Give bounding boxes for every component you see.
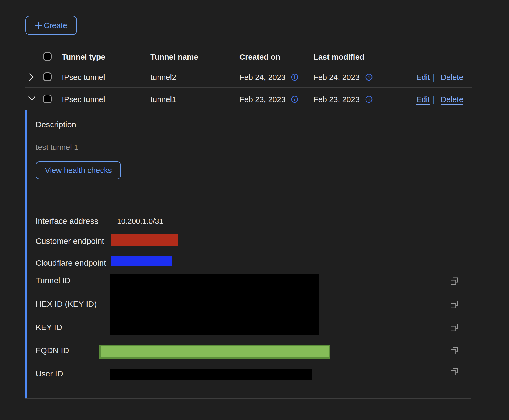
svg-text:i: i bbox=[368, 97, 370, 102]
svg-text:i: i bbox=[294, 75, 295, 80]
svg-text:i: i bbox=[368, 75, 370, 80]
svg-text:i: i bbox=[294, 97, 295, 102]
